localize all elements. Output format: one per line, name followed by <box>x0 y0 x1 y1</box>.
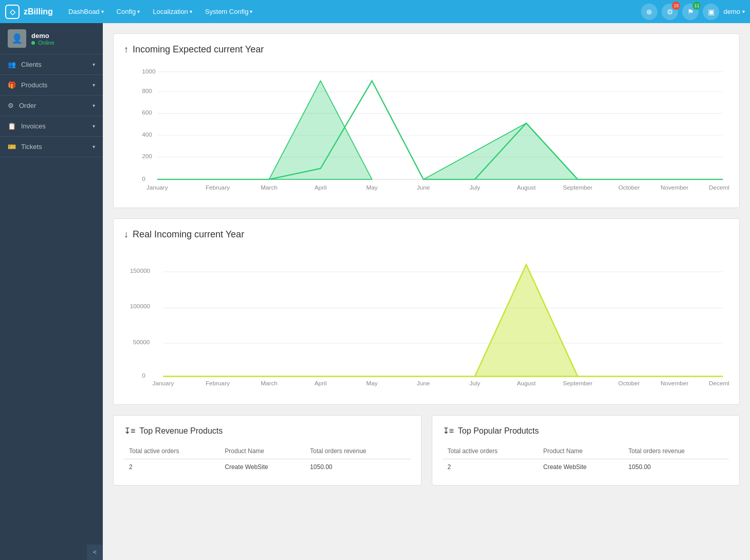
popular-icon: ↧≡ <box>443 426 454 436</box>
svg-text:600: 600 <box>142 109 152 116</box>
products-icon: 🎁 <box>8 81 16 89</box>
svg-text:September: September <box>563 380 593 386</box>
svg-text:April: April <box>315 380 327 386</box>
sidebar-username: demo <box>31 32 54 40</box>
svg-text:May: May <box>366 380 377 386</box>
svg-text:1000: 1000 <box>142 68 156 74</box>
brand-name: zBilling <box>24 7 53 16</box>
products-arrow: ▾ <box>93 82 95 88</box>
sidebar-status: Online <box>31 40 54 46</box>
popular-col3: Total orders revenue <box>624 443 729 459</box>
sidebar-item-clients[interactable]: 👥 Clients ▾ <box>0 54 103 75</box>
top-navigation: ◇ zBilling DashBoad ▾ Config ▾ Localizat… <box>0 0 750 23</box>
nav-system-config[interactable]: System Config ▾ <box>200 5 258 18</box>
svg-text:August: August <box>517 380 536 386</box>
brand-logo[interactable]: ◇ zBilling <box>5 5 53 19</box>
users-badge: 15 <box>672 2 680 10</box>
svg-text:0: 0 <box>142 372 145 379</box>
svg-text:800: 800 <box>142 87 152 94</box>
layout: 👤 demo Online 👥 Clients ▾ <box>0 23 750 560</box>
nav-config[interactable]: Config ▾ <box>112 5 145 18</box>
order-icon: ⚙ <box>8 102 14 109</box>
popular-row: 2 Create WebSite 1050.00 <box>443 459 729 475</box>
clients-arrow: ▾ <box>93 62 95 67</box>
globe-button[interactable]: ⊕ <box>641 4 657 20</box>
svg-text:50000: 50000 <box>133 339 150 345</box>
nav-items: DashBoad ▾ Config ▾ Localization ▾ Syste… <box>63 5 642 18</box>
products-label: Products <box>21 81 47 89</box>
nav-localization[interactable]: Localization ▾ <box>148 5 197 18</box>
popular-product: Create WebSite <box>538 459 624 475</box>
sidebar-item-tickets[interactable]: 🎫 Tickets ▾ <box>0 137 103 157</box>
chart1-title-text: Incoming Expected current Year <box>133 44 264 55</box>
chart2-container: 0 50000 100000 150000 Ja <box>124 248 729 394</box>
svg-text:November: November <box>661 380 688 386</box>
svg-text:August: August <box>517 184 536 191</box>
svg-text:October: October <box>618 380 640 386</box>
svg-marker-34 <box>475 265 578 377</box>
tickets-icon: 🎫 <box>8 143 16 151</box>
svg-text:December: December <box>709 380 729 386</box>
popular-col1: Total active orders <box>443 443 538 459</box>
svg-text:March: March <box>261 380 278 386</box>
svg-text:February: February <box>206 380 230 386</box>
chart2-title-text: Real Incoming current Year <box>133 229 244 240</box>
status-dot <box>31 41 35 45</box>
user-info: demo Online <box>31 32 54 46</box>
svg-text:January: January <box>153 380 174 386</box>
popular-orders: 2 <box>443 459 538 475</box>
svg-text:400: 400 <box>142 131 152 138</box>
sidebar-item-invoices[interactable]: 📋 Invoices ▾ <box>0 116 103 137</box>
svg-text:February: February <box>206 184 230 191</box>
svg-marker-12 <box>269 81 372 179</box>
clients-label: Clients <box>21 61 42 68</box>
svg-text:June: June <box>417 380 430 386</box>
svg-text:September: September <box>563 184 593 191</box>
chart1-title: ↑ Incoming Expected current Year <box>124 44 729 55</box>
sidebar-collapse-button[interactable]: < <box>87 545 103 560</box>
sidebar: 👤 demo Online 👥 Clients ▾ <box>0 23 103 560</box>
sidebar-menu: 👥 Clients ▾ 🎁 Products ▾ <box>0 54 103 157</box>
popular-col2: Product Name <box>538 443 624 459</box>
revenue-table-section: ↧≡ Top Revenue Products Total active ord… <box>113 415 422 486</box>
sidebar-item-order[interactable]: ⚙ Order ▾ <box>0 96 103 116</box>
svg-text:April: April <box>315 184 327 191</box>
main-content: ↑ Incoming Expected current Year 0 200 4… <box>103 23 750 560</box>
chart2-arrow-icon: ↓ <box>124 229 129 240</box>
svg-text:May: May <box>366 184 377 191</box>
revenue-col3: Total orders revenue <box>305 443 410 459</box>
svg-text:November: November <box>661 184 688 191</box>
avatar: 👤 <box>8 29 26 48</box>
tickets-arrow: ▾ <box>93 144 95 150</box>
invoices-arrow: ▾ <box>93 123 95 129</box>
nav-user[interactable]: demo ▾ <box>723 8 745 15</box>
chart1-container: 0 200 400 600 800 1000 <box>124 63 729 197</box>
brand-icon: ◇ <box>5 5 20 19</box>
svg-text:June: June <box>417 184 430 191</box>
revenue-amount: 1050.00 <box>305 459 410 475</box>
revenue-col1: Total active orders <box>124 443 219 459</box>
svg-text:200: 200 <box>142 153 152 159</box>
revenue-orders: 2 <box>124 459 219 475</box>
nav-dashboard[interactable]: DashBoad ▾ <box>63 5 109 18</box>
svg-marker-13 <box>424 123 578 179</box>
popular-amount: 1050.00 <box>624 459 729 475</box>
camera-button[interactable]: ▣ <box>703 4 719 20</box>
nav-right: ⊕ ⚙15 ⚑11 ▣ demo ▾ <box>641 4 745 20</box>
revenue-icon: ↧≡ <box>124 426 135 436</box>
sidebar-item-products[interactable]: 🎁 Products ▾ <box>0 75 103 96</box>
chart1-section: ↑ Incoming Expected current Year 0 200 4… <box>113 33 740 208</box>
svg-text:January: January <box>147 184 168 191</box>
svg-text:July: July <box>469 380 480 386</box>
users-button[interactable]: ⚙15 <box>662 4 678 20</box>
popular-table-header: Total active orders Product Name Total o… <box>443 443 729 459</box>
svg-text:150000: 150000 <box>130 267 151 274</box>
flag-button[interactable]: ⚑11 <box>682 4 699 20</box>
revenue-row: 2 Create WebSite 1050.00 <box>124 459 411 475</box>
chart2-title: ↓ Real Incoming current Year <box>124 229 729 240</box>
clients-icon: 👥 <box>8 61 16 68</box>
svg-text:100000: 100000 <box>130 303 151 309</box>
revenue-product: Create WebSite <box>219 459 305 475</box>
popular-table: Total active orders Product Name Total o… <box>443 443 729 475</box>
svg-text:December: December <box>709 184 729 191</box>
